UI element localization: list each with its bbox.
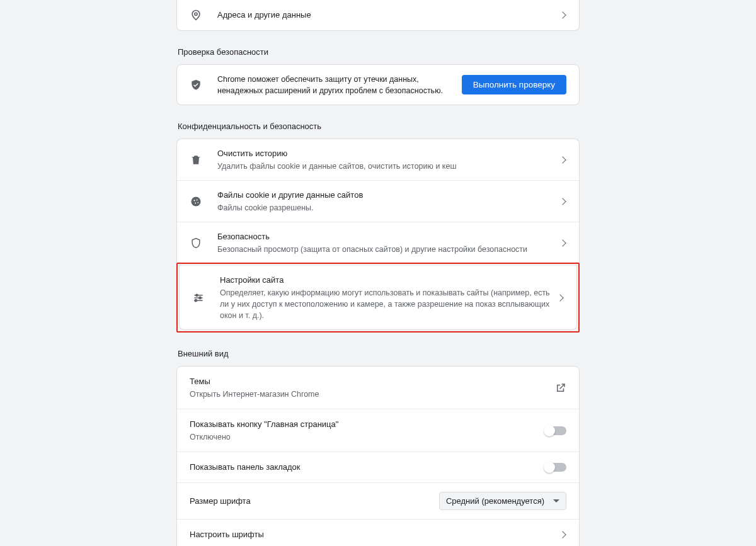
home-button-row[interactable]: Показывать кнопку "Главная страница" Отк… <box>177 409 579 452</box>
chevron-right-icon <box>559 239 566 246</box>
customize-fonts-title: Настроить шрифты <box>190 528 553 541</box>
cookies-title: Файлы cookie и другие данные сайтов <box>217 189 553 202</box>
security-sub: Безопасный просмотр (защита от опасных с… <box>217 244 553 255</box>
svg-point-1 <box>192 196 201 206</box>
safety-description: Chrome поможет обеспечить защиту от утеч… <box>217 74 448 96</box>
security-row[interactable]: Безопасность Безопасный просмотр (защита… <box>177 222 579 263</box>
svg-point-3 <box>197 199 198 200</box>
home-button-sub: Отключено <box>190 431 537 443</box>
location-icon <box>190 9 202 21</box>
font-size-value: Средний (рекомендуется) <box>446 496 544 506</box>
bookmarks-bar-title: Показывать панель закладок <box>190 461 537 474</box>
sliders-icon <box>192 292 205 304</box>
run-safety-check-button[interactable]: Выполнить проверку <box>462 75 566 94</box>
font-size-title: Размер шрифта <box>190 495 432 508</box>
svg-point-0 <box>195 13 197 15</box>
site-settings-highlight: Настройки сайта Определяет, какую информ… <box>176 263 580 333</box>
privacy-section-title: Конфиденциальность и безопасность <box>178 122 580 131</box>
home-button-toggle[interactable] <box>545 426 566 435</box>
font-size-select[interactable]: Средний (рекомендуется) <box>439 492 566 510</box>
svg-point-9 <box>199 297 201 299</box>
font-size-row: Размер шрифта Средний (рекомендуется) <box>177 482 579 519</box>
svg-point-11 <box>195 299 197 301</box>
svg-point-4 <box>195 202 196 203</box>
safety-section-title: Проверка безопасности <box>178 47 580 57</box>
customize-fonts-row[interactable]: Настроить шрифты <box>177 519 579 546</box>
clear-browsing-data-row[interactable]: Очистить историю Удалить файлы cookie и … <box>177 139 579 180</box>
chevron-right-icon <box>559 531 566 538</box>
cookie-icon <box>190 195 202 208</box>
cookies-sub: Файлы cookie разрешены. <box>217 202 553 213</box>
bookmarks-bar-row[interactable]: Показывать панель закладок <box>177 452 579 482</box>
site-settings-sub: Определяет, какую информацию могут испол… <box>220 287 550 321</box>
svg-point-2 <box>193 200 195 201</box>
shield-icon <box>190 237 202 249</box>
themes-sub: Открыть Интернет-магазин Chrome <box>190 389 547 400</box>
chevron-right-icon <box>559 198 566 205</box>
site-settings-title: Настройки сайта <box>220 274 550 287</box>
clear-sub: Удалить файлы cookie и данные сайтов, оч… <box>217 161 553 172</box>
site-settings-row[interactable]: Настройки сайта Определяет, какую информ… <box>180 265 576 329</box>
home-button-title: Показывать кнопку "Главная страница" <box>190 418 537 431</box>
cookies-row[interactable]: Файлы cookie и другие данные сайтов Файл… <box>177 180 579 222</box>
chevron-right-icon <box>559 11 566 18</box>
chevron-right-icon <box>556 294 563 301</box>
safety-check-row: Chrome поможет обеспечить защиту от утеч… <box>177 65 579 105</box>
svg-point-7 <box>196 294 198 296</box>
svg-point-5 <box>198 202 199 203</box>
autofill-addresses-label: Адреса и другие данные <box>217 9 553 21</box>
security-title: Безопасность <box>217 230 553 243</box>
chevron-down-icon <box>553 499 559 503</box>
clear-title: Очистить историю <box>217 147 553 160</box>
autofill-addresses-row[interactable]: Адреса и другие данные <box>177 0 579 30</box>
bookmarks-bar-toggle[interactable] <box>545 463 566 472</box>
open-external-icon <box>555 382 566 394</box>
shield-check-icon <box>190 79 202 91</box>
trash-icon <box>190 154 202 166</box>
chevron-right-icon <box>559 156 566 163</box>
appearance-section-title: Внешний вид <box>178 349 580 358</box>
themes-row[interactable]: Темы Открыть Интернет-магазин Chrome <box>177 367 579 409</box>
themes-title: Темы <box>190 375 547 388</box>
